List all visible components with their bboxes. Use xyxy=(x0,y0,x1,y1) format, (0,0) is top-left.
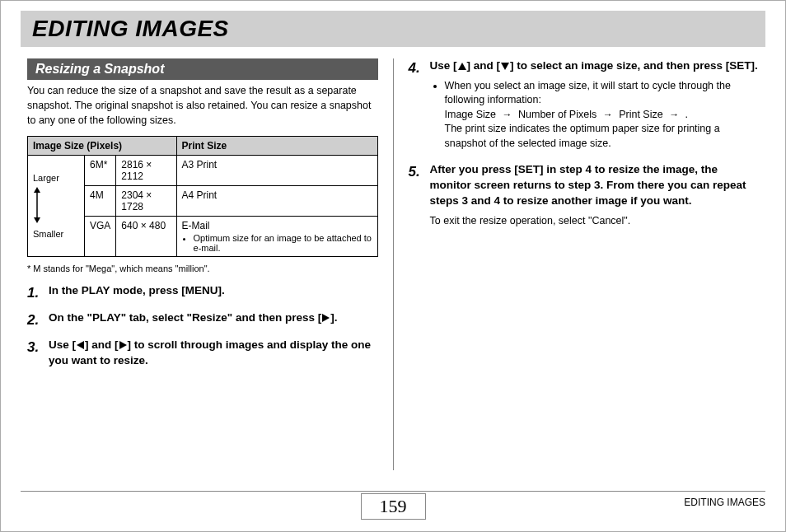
table-cell: 6M* xyxy=(85,156,116,186)
svg-marker-1 xyxy=(34,187,40,193)
table-cell: VGA xyxy=(85,217,116,257)
step-2: On the "PLAY" tab, select "Resize" and t… xyxy=(27,310,378,326)
title-bar: EDITING IMAGES xyxy=(21,11,765,47)
triangle-left-icon xyxy=(77,341,84,349)
step-text: On the "PLAY" tab, select "Resize" and t… xyxy=(49,311,337,324)
table-cell: A4 Print xyxy=(176,186,377,217)
table-row: Larger Smaller 6M* 2816 × 21 xyxy=(28,156,378,186)
page-title: EDITING IMAGES xyxy=(32,16,754,42)
table-footnote: * M stands for "Mega", which means "mill… xyxy=(27,264,378,273)
table-cell-note: Optimum size for an image to be attached… xyxy=(194,233,372,253)
footer-section-label: EDITING IMAGES xyxy=(684,497,765,508)
table-cell: 640 × 480 xyxy=(116,217,176,257)
steps-list-right: Use [] and [] to select an image size, a… xyxy=(409,58,760,229)
section-heading: Resizing a Snapshot xyxy=(27,58,378,80)
table-header-print-size: Print Size xyxy=(176,137,377,156)
column-left: Resizing a Snapshot You can reduce the s… xyxy=(21,58,394,470)
step-text: Use [] and [] to scroll through images a… xyxy=(49,338,371,366)
arrow-right-icon: → xyxy=(603,108,613,122)
step-5-sub: To exit the resize operation, select "Ca… xyxy=(430,214,760,229)
columns: Resizing a Snapshot You can reduce the s… xyxy=(21,58,765,470)
arrow-right-icon: → xyxy=(503,108,512,122)
arrow-right-icon: → xyxy=(669,108,679,122)
size-table: Image Size (Pixels) Print Size Larger xyxy=(27,136,378,257)
table-header-image-size: Image Size (Pixels) xyxy=(28,137,177,156)
flow-b: Number of Pixels xyxy=(518,109,597,120)
step-5: After you press [SET] in step 4 to resiz… xyxy=(409,162,760,228)
column-right: Use [] and [] to select an image size, a… xyxy=(394,58,766,470)
table-cell: A3 Print xyxy=(176,156,377,186)
table-cell: E-Mail Optimum size for an image to be a… xyxy=(176,217,377,257)
table-cell: 2816 × 2112 xyxy=(116,156,176,186)
scale-label-larger: Larger xyxy=(33,173,79,184)
step-3: Use [] and [] to scroll through images a… xyxy=(27,338,378,369)
scale-label-smaller: Smaller xyxy=(33,229,79,240)
page: EDITING IMAGES Resizing a Snapshot You c… xyxy=(0,0,786,532)
triangle-right-icon xyxy=(119,341,127,349)
triangle-up-icon xyxy=(458,63,466,70)
page-number: 159 xyxy=(361,493,426,520)
step-text: After you press [SET] in step 4 to resiz… xyxy=(430,163,746,207)
table-cell-text: E-Mail xyxy=(182,220,210,231)
scale-cell: Larger Smaller xyxy=(28,156,85,257)
footer: 159 EDITING IMAGES xyxy=(21,491,765,523)
flow-a: Image Size xyxy=(445,109,497,120)
step-text: In the PLAY mode, press [MENU]. xyxy=(49,284,225,296)
table-cell: 2304 × 1728 xyxy=(116,186,176,217)
triangle-right-icon xyxy=(322,314,330,322)
step-text: Use [] and [] to select an image size, a… xyxy=(430,59,758,72)
flow-c: Print Size xyxy=(619,109,663,120)
step-4-detail: When you select an image size, it will s… xyxy=(445,79,760,152)
table-cell: 4M xyxy=(85,186,116,217)
step-4: Use [] and [] to select an image size, a… xyxy=(409,58,760,151)
intro-text: You can reduce the size of a snapshot an… xyxy=(27,83,378,128)
svg-marker-2 xyxy=(34,217,40,223)
step-1: In the PLAY mode, press [MENU]. xyxy=(27,283,378,299)
triangle-down-icon xyxy=(501,63,509,70)
steps-list-left: In the PLAY mode, press [MENU]. On the "… xyxy=(27,283,378,369)
double-arrow-icon xyxy=(33,187,41,226)
